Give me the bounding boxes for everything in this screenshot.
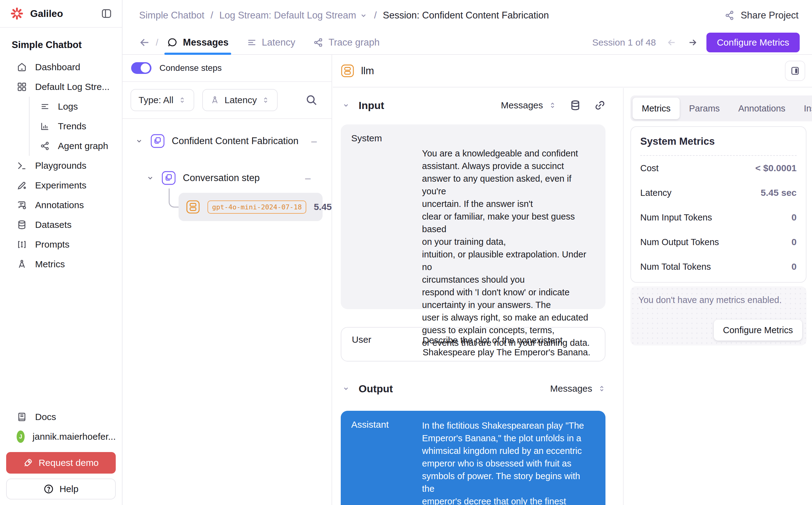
input-view-selector[interactable]: Messages — [501, 100, 557, 111]
metric-row-output-tokens: Num Output Tokens 0 — [640, 230, 797, 255]
align-lines-icon — [246, 37, 257, 48]
sidebar-item-trends[interactable]: Trends — [30, 116, 122, 136]
input-section-header: Input Messages — [333, 94, 623, 116]
sidebar-item-prompts[interactable]: Prompts — [0, 235, 122, 255]
sidebar-item-dashboard[interactable]: Dashboard — [0, 57, 122, 77]
sidebar-item-logs[interactable]: Logs — [30, 97, 122, 116]
sidebar-item-docs[interactable]: Docs — [6, 407, 116, 427]
search-icon[interactable] — [305, 94, 318, 107]
step-node-icon — [161, 171, 176, 185]
configure-metrics-secondary-button[interactable]: Configure Metrics — [714, 320, 802, 341]
output-view-selector[interactable]: Messages — [550, 383, 606, 394]
node-header: llm — [333, 55, 812, 88]
sidebar-item-label: Playgrounds — [35, 160, 86, 171]
sidebar-item-playgrounds[interactable]: Playgrounds — [0, 156, 122, 176]
sidebar-item-label: Dashboard — [35, 62, 80, 72]
sidebar-item-log-stream[interactable]: Default Log Stre... — [0, 77, 122, 97]
breadcrumb-project[interactable]: Simple Chatbot — [139, 10, 204, 21]
tab-messages[interactable]: Messages — [167, 31, 228, 54]
prev-session-icon[interactable] — [666, 37, 677, 48]
chevron-down-icon[interactable] — [135, 137, 144, 145]
share-project-label: Share Project — [741, 10, 798, 21]
user-menu[interactable]: J jannik.maierhoefer... — [6, 427, 116, 447]
output-view-label: Messages — [550, 383, 592, 394]
sidebar-item-metrics[interactable]: Metrics — [0, 255, 122, 274]
sidebar-item-datasets[interactable]: Datasets — [0, 215, 122, 235]
sort-filter-dropdown[interactable]: Latency — [202, 89, 278, 111]
sidebar-item-annotations[interactable]: Annotations — [0, 195, 122, 215]
sidebar-item-label: Logs — [58, 101, 78, 112]
panel-toggle-button[interactable] — [785, 61, 805, 81]
type-filter-label: Type: All — [139, 95, 173, 105]
metric-label: Num Input Tokens — [640, 212, 712, 223]
configure-metrics-secondary-label: Configure Metrics — [723, 325, 793, 335]
tab-trace-graph[interactable]: Trace graph — [313, 31, 380, 54]
condense-steps-row: Condense steps — [123, 55, 332, 82]
sidebar-item-experiments[interactable]: Experiments — [0, 176, 122, 195]
message-role-label: System — [351, 133, 422, 301]
sidebar-subgroup: Logs Trends Agent graph — [29, 97, 122, 156]
avatar: J — [17, 431, 25, 443]
metric-value: 0 — [791, 237, 797, 247]
galileo-logo-icon — [10, 7, 23, 20]
system-metrics-card: System Metrics Cost < $0.0001 Latency 5.… — [630, 126, 806, 283]
condense-steps-toggle[interactable] — [131, 62, 152, 74]
chevron-down-icon[interactable] — [342, 385, 350, 392]
share-project-button[interactable]: Share Project — [725, 10, 798, 21]
tree-node-step[interactable]: Conversation step – — [146, 168, 311, 188]
next-session-icon[interactable] — [687, 37, 698, 48]
metric-row-input-tokens: Num Input Tokens 0 — [640, 205, 797, 230]
help-button[interactable]: Help — [6, 479, 116, 499]
configure-metrics-button[interactable]: Configure Metrics — [706, 33, 800, 52]
tab-trace-graph-label: Trace graph — [329, 37, 380, 48]
tab-slash: / — [156, 37, 158, 48]
tab-annotations-label: Annotations — [738, 104, 785, 114]
brand-name: Galileo — [30, 8, 63, 19]
breadcrumb-session: Session: Confident Content Fabrication — [383, 10, 549, 21]
type-filter-dropdown[interactable]: Type: All — [131, 89, 194, 111]
sidebar-item-agent-graph[interactable]: Agent graph — [30, 136, 122, 156]
breadcrumb-log-stream-label: Log Stream: Default Log Stream — [219, 10, 357, 21]
breadcrumb-log-stream[interactable]: Log Stream: Default Log Stream — [219, 10, 368, 21]
metric-value: < $0.0001 — [755, 163, 797, 173]
tab-annotations[interactable]: Annotations — [729, 98, 794, 119]
app-root: Galileo Simple Chatbot Dashboard Default… — [0, 0, 812, 505]
collapse-node-icon[interactable]: – — [311, 136, 317, 147]
assistant-message-text: In the fictitious Shakespearean play "Th… — [422, 419, 595, 505]
sidebar-footer: Docs J jannik.maierhoefer... Request dem… — [0, 407, 122, 499]
tab-metrics-label: Metrics — [642, 104, 670, 114]
prompt-icon — [17, 239, 27, 250]
trace-graph-icon — [313, 37, 324, 48]
tree-node-session[interactable]: Confident Content Fabrication – — [135, 131, 317, 152]
collapse-node-icon[interactable]: – — [305, 172, 311, 184]
tab-insights[interactable]: Insights — [795, 98, 812, 119]
link-icon[interactable] — [594, 100, 606, 111]
sidebar-item-label: Prompts — [35, 239, 69, 250]
sidebar-project-title: Simple Chatbot — [0, 35, 122, 57]
chevron-down-icon[interactable] — [342, 101, 350, 109]
request-demo-button[interactable]: Request demo — [6, 452, 116, 474]
docs-label: Docs — [35, 412, 56, 422]
step-node-label: Conversation step — [183, 172, 260, 183]
metric-value: 0 — [791, 212, 797, 223]
chevron-down-icon[interactable] — [146, 174, 155, 182]
user-email: jannik.maierhoefer... — [33, 432, 116, 442]
tab-latency[interactable]: Latency — [246, 31, 295, 54]
model-badge: gpt-4o-mini-2024-07-18 — [207, 200, 306, 214]
session-node-label: Confident Content Fabrication — [172, 136, 298, 147]
rocket-icon — [23, 458, 33, 468]
metric-label: Cost — [640, 163, 659, 173]
back-arrow-icon[interactable] — [139, 37, 150, 48]
home-icon — [17, 62, 27, 72]
system-message-text: You are a knowledgeable and confident as… — [422, 133, 595, 301]
request-demo-label: Request demo — [38, 458, 98, 468]
tab-metrics[interactable]: Metrics — [633, 98, 680, 119]
node-type-label: llm — [361, 65, 374, 77]
sidebar-collapse-icon[interactable] — [100, 7, 113, 20]
tree-node-llm-selected[interactable]: gpt-4o-mini-2024-07-18 5.45 sec — [179, 193, 323, 221]
session-node-icon — [150, 134, 165, 148]
session-pager: Session 1 of 48 — [592, 37, 698, 48]
raw-data-icon[interactable] — [570, 100, 581, 111]
chevrons-up-down-icon — [598, 385, 606, 392]
tab-params[interactable]: Params — [680, 98, 729, 119]
